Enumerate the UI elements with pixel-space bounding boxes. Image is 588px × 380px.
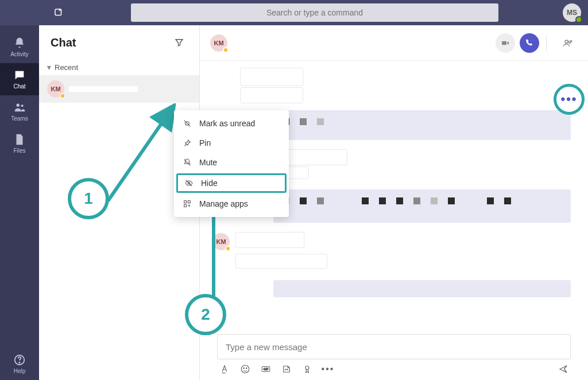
rail-chat[interactable]: Chat — [0, 63, 39, 95]
menu-label: Hide — [201, 179, 218, 188]
menu-hide[interactable]: Hide — [176, 173, 287, 193]
incoming-message-redacted — [286, 166, 309, 179]
unread-icon — [182, 118, 192, 129]
rail-label: Help — [14, 368, 26, 374]
rail-label: Teams — [11, 115, 28, 122]
annotation-step-2: 2 — [185, 294, 226, 335]
titlebar: MS — [0, 0, 588, 25]
svg-point-4 — [19, 362, 20, 363]
new-chat-button[interactable] — [51, 5, 67, 21]
menu-mute[interactable]: Mute — [174, 153, 289, 172]
format-button[interactable] — [219, 364, 230, 374]
presence-away-icon — [60, 93, 65, 99]
praise-button[interactable] — [302, 364, 312, 374]
menu-manage-apps[interactable]: Manage apps — [174, 194, 289, 214]
audio-call-button[interactable] — [520, 33, 539, 53]
avatar: KM — [47, 80, 64, 98]
annotation-number: 1 — [84, 189, 93, 208]
emoji-button[interactable] — [240, 364, 250, 374]
section-recent[interactable]: ▶ Recent — [39, 60, 199, 75]
menu-label: Pin — [199, 138, 211, 148]
page-title: Chat — [51, 36, 76, 49]
pin-icon — [182, 138, 192, 148]
chat-more-button[interactable]: ••• — [554, 84, 585, 115]
message-input[interactable]: Type a new message — [217, 334, 571, 359]
svg-rect-19 — [188, 201, 190, 203]
svg-point-8 — [241, 365, 249, 373]
sticker-button[interactable] — [281, 364, 292, 374]
hide-icon — [184, 178, 194, 188]
menu-pin[interactable]: Pin — [174, 133, 289, 153]
gif-button[interactable]: GIF — [261, 364, 271, 374]
menu-label: Mute — [199, 158, 217, 167]
rail-label: Chat — [13, 83, 25, 90]
avatar-me-initials: MS — [567, 9, 577, 17]
incoming-message-redacted — [235, 232, 304, 248]
menu-label: Manage apps — [199, 199, 248, 208]
chat-row[interactable]: KM — [39, 75, 199, 103]
chevron-down-icon: ▶ — [47, 65, 52, 69]
incoming-message-redacted — [240, 87, 303, 103]
chat-context-menu: Mark as unread Pin Mute Hide Manage apps — [174, 110, 289, 217]
outgoing-message-redacted — [273, 189, 571, 223]
apps-icon — [182, 199, 192, 209]
rail-label: Files — [13, 148, 25, 154]
app-rail: Activity Chat Teams Files Help — [0, 25, 39, 380]
menu-mark-unread[interactable]: Mark as unread — [174, 114, 289, 133]
rail-activity[interactable]: Activity — [0, 31, 39, 63]
svg-point-2 — [21, 104, 24, 107]
incoming-message-redacted — [240, 68, 303, 86]
section-label: Recent — [55, 63, 78, 72]
outgoing-message-redacted — [273, 110, 571, 140]
avatar-initials: KM — [51, 86, 60, 92]
rail-teams[interactable]: Teams — [0, 95, 39, 127]
svg-rect-18 — [184, 201, 187, 203]
svg-point-10 — [246, 368, 247, 369]
compose-placeholder: Type a new message — [226, 342, 307, 352]
annotation-step-1: 1 — [68, 178, 109, 219]
svg-line-21 — [108, 108, 172, 201]
incoming-message-redacted — [235, 254, 327, 269]
presence-available-icon — [575, 16, 582, 23]
svg-text:GIF: GIF — [264, 367, 269, 371]
svg-point-14 — [287, 369, 288, 370]
filter-button[interactable] — [171, 34, 188, 51]
annotation-arrow — [103, 103, 184, 207]
compose-toolbar: GIF ••• — [217, 359, 571, 374]
svg-point-15 — [305, 366, 309, 370]
convo-header: KM — [200, 25, 588, 61]
rail-help[interactable]: Help — [0, 348, 39, 380]
svg-point-9 — [243, 368, 245, 369]
rail-label: Activity — [10, 51, 29, 57]
divider — [546, 36, 547, 51]
avatar: KM — [210, 34, 227, 52]
svg-point-1 — [17, 104, 20, 107]
avatar-initials: KM — [214, 40, 223, 46]
chat-name-redacted — [69, 86, 138, 92]
convo-title-redacted — [233, 40, 348, 46]
svg-point-6 — [565, 40, 568, 43]
video-call-button[interactable] — [496, 33, 515, 53]
mute-icon — [182, 157, 192, 168]
svg-point-13 — [285, 369, 286, 370]
svg-rect-5 — [502, 41, 506, 45]
search-input[interactable] — [131, 3, 498, 22]
rail-files[interactable]: Files — [0, 127, 39, 160]
send-button[interactable] — [558, 364, 568, 374]
annotation-number: 2 — [201, 305, 210, 324]
presence-away-icon — [223, 47, 229, 53]
outgoing-message-redacted — [273, 280, 571, 297]
svg-rect-20 — [184, 204, 187, 207]
add-people-button[interactable] — [558, 33, 578, 53]
menu-label: Mark as unread — [199, 119, 255, 128]
more-compose-button[interactable]: ••• — [323, 364, 333, 374]
avatar-me[interactable]: MS — [563, 3, 581, 22]
ellipsis-icon: ••• — [560, 92, 577, 107]
